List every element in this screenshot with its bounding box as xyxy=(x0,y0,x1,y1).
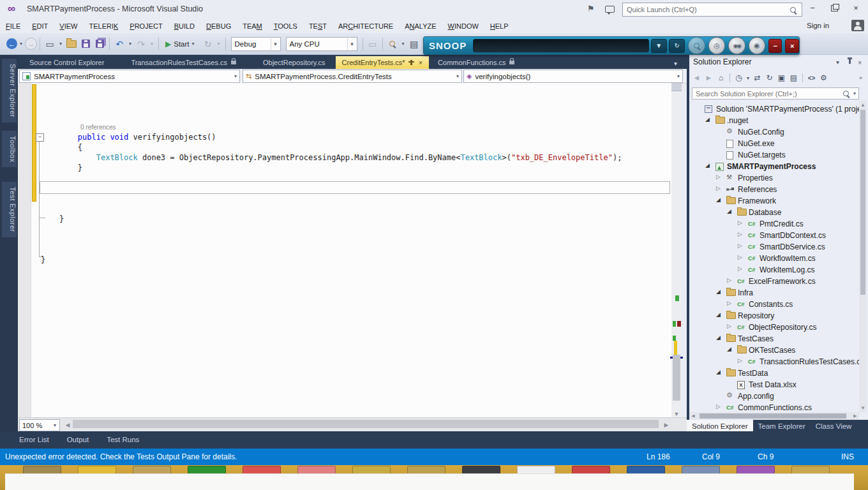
minimize-button[interactable]: − xyxy=(803,0,822,17)
menu-build[interactable]: BUILD xyxy=(168,19,200,33)
sign-in-link[interactable]: Sign in xyxy=(807,22,829,29)
expand-arrow-icon[interactable]: ▷ xyxy=(738,254,742,260)
sync-with-active-document-icon[interactable]: ⇄ xyxy=(751,73,763,82)
panel-tab-class-view[interactable]: Class View xyxy=(811,420,857,433)
expand-arrow-icon[interactable]: ▷ xyxy=(738,265,742,272)
editor-zoom-combo[interactable]: 100 % ▾ xyxy=(19,419,60,431)
code-line[interactable]: } xyxy=(41,214,64,224)
forward-icon[interactable]: ► xyxy=(703,73,715,82)
expand-arrow-icon[interactable]: ▷ xyxy=(716,174,721,180)
snoop-dropdown-icon[interactable]: ▼ xyxy=(651,39,667,53)
expand-arrow-icon[interactable]: ▷ xyxy=(738,357,742,364)
side-tab-server-explorer[interactable]: Server Explorer xyxy=(2,59,17,122)
doc-tab-2[interactable]: TransactionRulesTestCases.cs xyxy=(124,56,243,69)
tree-item-workflowitem-cs[interactable]: ▷C#WorkflowItem.cs xyxy=(689,253,859,264)
tree-item-properties[interactable]: ▷⚒Properties xyxy=(689,172,859,184)
scrollbar-down-icon[interactable]: ▼ xyxy=(671,411,682,417)
navigate-back-icon[interactable]: ← xyxy=(6,38,17,49)
collapse-arrow-icon[interactable]: ◢ xyxy=(705,116,710,122)
doc-tab-1[interactable]: Source Control Explorer xyxy=(23,56,110,69)
collapse-all-icon[interactable]: ▣ xyxy=(775,73,788,82)
redo-icon[interactable]: ↷ xyxy=(135,38,147,50)
menu-test[interactable]: TEST xyxy=(303,19,333,33)
solution-platform-combo[interactable]: Any CPU ▾ xyxy=(286,37,357,51)
expand-arrow-icon[interactable]: ▷ xyxy=(738,242,742,249)
menu-debug[interactable]: DEBUG xyxy=(200,19,237,33)
solution-configuration-combo[interactable]: Debug ▾ xyxy=(231,37,281,51)
menu-help[interactable]: HELP xyxy=(484,19,514,33)
tree-item-objectrepository-cs[interactable]: ▷C#ObjectRepository.cs xyxy=(689,322,859,333)
close-button[interactable]: × xyxy=(846,0,865,17)
collapse-arrow-icon[interactable]: ◢ xyxy=(716,369,721,375)
tree-item-repository[interactable]: ◢Repository xyxy=(689,310,859,322)
collapse-arrow-icon[interactable]: ◢ xyxy=(716,288,721,295)
refresh-icon[interactable]: ↻ xyxy=(202,38,214,50)
user-avatar-icon[interactable] xyxy=(851,20,864,31)
panel-tab-solution-explorer[interactable]: Solution Explorer xyxy=(687,420,753,433)
tree-item-transactionrulestestcases-cs[interactable]: ▷C#TransactionRulesTestCases.cs xyxy=(689,356,859,368)
doc-tab-4[interactable]: CreditEntryTests.cs*× xyxy=(336,56,429,69)
editor-split-handle[interactable] xyxy=(671,83,682,91)
tree-item-testcases[interactable]: ◢TestCases xyxy=(689,333,859,345)
menu-view[interactable]: VIEW xyxy=(54,19,83,33)
home-icon[interactable]: ⌂ xyxy=(715,73,727,82)
panel-close-icon[interactable]: × xyxy=(858,59,862,66)
menu-analyze[interactable]: ANALYZE xyxy=(399,19,442,33)
tree-vertical-scrollbar-thumb[interactable] xyxy=(860,110,865,295)
pending-changes-filter-icon[interactable]: ◷ xyxy=(733,73,745,82)
snoop-magnifier-icon[interactable] xyxy=(688,37,705,54)
open-file-icon[interactable] xyxy=(65,38,78,50)
document-list-dropdown-icon[interactable]: ▾ xyxy=(674,60,677,67)
snoop-crosshair-icon[interactable]: ◎ xyxy=(708,37,725,54)
doc-tab-5[interactable]: CommonFunctions.cs xyxy=(431,56,521,69)
tree-item-nuget-targets[interactable]: NuGet.targets xyxy=(689,149,859,161)
menu-window[interactable]: WINDOW xyxy=(442,19,484,33)
toolbar-options-grip-icon[interactable]: ▾ xyxy=(400,38,407,50)
snoop-refresh-icon[interactable]: ↻ xyxy=(669,39,685,53)
code-line[interactable]: TextBlock done3 = ObjectRepository.Payme… xyxy=(41,153,622,163)
tree-item-references[interactable]: ▷References xyxy=(689,184,859,195)
tree-item--nuget[interactable]: ◢.nuget xyxy=(689,115,859,126)
tree-item-oktestcases[interactable]: ◢OKTestCases xyxy=(689,345,859,356)
editor-vertical-scrollbar-thumb[interactable] xyxy=(673,355,680,401)
search-dropdown-icon[interactable]: ▾ xyxy=(851,87,858,100)
undo-dropdown-icon[interactable]: ▾ xyxy=(127,38,133,50)
doc-tab-3[interactable]: ObjectRepository.cs xyxy=(257,56,332,69)
menu-architecture[interactable]: ARCHITECTURE xyxy=(333,19,399,33)
tree-item-smartpaymentprocess[interactable]: ◢SMARTPaymentProcess xyxy=(689,161,859,172)
show-all-files-icon[interactable]: ▤ xyxy=(788,73,800,82)
navigate-back-dropdown-icon[interactable]: ▾ xyxy=(18,38,24,50)
code-line[interactable]: { xyxy=(41,143,82,152)
new-query-icon[interactable]: ▤ xyxy=(408,38,421,50)
document-icon[interactable]: ▭ xyxy=(366,38,379,50)
code-line[interactable]: public void verifyingobjects() xyxy=(41,133,216,142)
feedback-flag-icon[interactable]: ⚑ xyxy=(587,4,595,13)
project-dropdown[interactable]: SMARTPaymentProcess ▾ xyxy=(19,70,240,83)
restore-button[interactable] xyxy=(825,0,844,17)
new-window-icon[interactable]: ▭ xyxy=(43,38,56,50)
refresh-icon[interactable]: ↻ xyxy=(763,73,775,82)
tree-item-commonfunctions-cs[interactable]: ▷C#CommonFunctions.cs xyxy=(689,402,859,412)
collapse-arrow-icon[interactable]: ◢ xyxy=(705,162,710,168)
expand-arrow-icon[interactable]: ▷ xyxy=(727,300,731,306)
expand-arrow-icon[interactable]: ▷ xyxy=(727,323,731,329)
scrollbar-left-icon[interactable]: ◀ xyxy=(689,413,697,419)
panel-tab-team-explorer[interactable]: Team Explorer xyxy=(753,420,811,433)
new-window-dropdown-icon[interactable]: ▾ xyxy=(57,38,64,50)
scrollbar-right-icon[interactable]: ▶ xyxy=(851,413,859,419)
menu-project[interactable]: PROJECT xyxy=(124,19,168,33)
feedback-bubble-icon[interactable] xyxy=(605,6,615,13)
tab-close-icon[interactable]: × xyxy=(419,56,423,69)
collapse-arrow-icon[interactable]: ◢ xyxy=(727,208,731,214)
undo-icon[interactable]: ↶ xyxy=(113,38,126,50)
tree-item-smartdbservice-cs[interactable]: ▷C#SmartDbService.cs xyxy=(689,241,859,253)
code-line[interactable]: } xyxy=(41,255,45,265)
redo-dropdown-icon[interactable]: ▾ xyxy=(149,38,155,50)
menu-file[interactable]: FILE xyxy=(0,19,26,33)
pin-icon[interactable] xyxy=(849,59,851,64)
tree-item-app-config[interactable]: ⚙App.config xyxy=(689,390,859,402)
code-line[interactable]: } xyxy=(41,163,82,173)
side-tab-test-explorer[interactable]: Test Explorer xyxy=(2,182,17,237)
snoop-minimize-button[interactable]: − xyxy=(768,39,782,53)
expand-arrow-icon[interactable]: ▷ xyxy=(738,231,742,237)
